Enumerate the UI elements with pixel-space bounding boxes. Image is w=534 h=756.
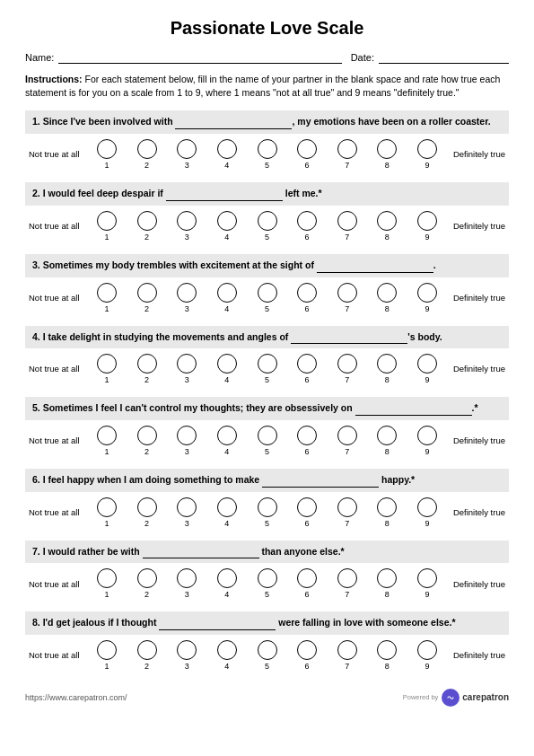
circle-4-9[interactable] [417,354,437,374]
circle-5-7[interactable] [337,426,357,445]
circle-5-9[interactable] [417,426,437,445]
circle-3-6[interactable] [297,283,317,303]
circle-7-8[interactable] [377,568,397,588]
circle-5-2[interactable] [137,426,157,445]
instructions-bold: Instructions: [25,74,83,84]
question-block-1: 1. Since I've been involved with , my em… [25,110,509,175]
circle-5-1[interactable] [97,426,117,445]
question-blank-3[interactable] [317,259,433,273]
circle-7-4[interactable] [217,568,237,588]
circle-7-1[interactable] [97,568,117,588]
circle-5-4[interactable] [217,426,237,445]
circle-8-9[interactable] [417,640,437,660]
circle-1-4[interactable] [217,139,237,159]
circle-3-8[interactable] [377,283,397,303]
circle-num-2-5: 5 [265,233,269,242]
circle-num-6-5: 5 [265,519,269,528]
circle-6-4[interactable] [217,497,237,517]
circle-6-5[interactable] [258,497,277,517]
circle-8-3[interactable] [177,640,197,660]
date-input-line[interactable] [379,51,509,64]
circle-6-8[interactable] [377,497,397,517]
circle-8-8[interactable] [377,640,397,660]
circle-4-5[interactable] [258,354,277,374]
circle-7-2[interactable] [137,568,157,588]
circle-1-6[interactable] [297,139,317,159]
circle-2-1[interactable] [97,211,117,231]
circle-2-3[interactable] [177,211,197,231]
circle-3-7[interactable] [337,283,357,303]
circle-6-3[interactable] [177,497,197,517]
circle-4-6[interactable] [297,354,317,374]
circle-item-5-4: 4 [217,426,237,456]
circle-5-3[interactable] [177,426,197,445]
circle-num-2-4: 4 [224,233,229,242]
question-block-2: 2. I would feel deep despair if left me.… [25,182,509,247]
circle-5-6[interactable] [297,426,317,445]
circle-2-4[interactable] [217,211,237,231]
question-blank-6[interactable] [262,473,379,488]
circle-2-9[interactable] [417,211,437,231]
circle-2-2[interactable] [137,211,157,231]
circle-4-3[interactable] [177,354,197,374]
circle-6-7[interactable] [337,497,357,517]
circle-8-5[interactable] [258,640,277,660]
circle-1-7[interactable] [337,139,357,159]
circle-1-9[interactable] [417,139,437,159]
circle-1-2[interactable] [137,139,157,159]
circle-2-8[interactable] [377,211,397,231]
circle-item-7-4: 4 [217,568,237,599]
circle-6-2[interactable] [137,497,157,517]
circle-3-2[interactable] [137,283,157,303]
circle-1-8[interactable] [377,139,397,159]
circle-8-6[interactable] [297,640,317,660]
circle-item-8-8: 8 [377,640,397,671]
question-blank-5[interactable] [355,401,472,416]
circle-3-4[interactable] [217,283,237,303]
question-blank-8[interactable] [159,616,276,630]
circle-3-9[interactable] [417,283,437,303]
circle-num-4-9: 9 [425,375,429,384]
circle-4-7[interactable] [337,354,357,374]
circle-6-9[interactable] [417,497,437,517]
circle-7-6[interactable] [297,568,317,588]
circle-5-8[interactable] [377,426,397,445]
circle-7-3[interactable] [177,568,197,588]
circle-4-2[interactable] [137,354,157,374]
circle-8-1[interactable] [97,640,117,660]
circle-7-7[interactable] [337,568,357,588]
circle-item-1-2: 2 [137,139,157,170]
question-text-after-5: .* [472,402,478,413]
name-input-line[interactable] [58,51,341,64]
circle-8-7[interactable] [337,640,357,660]
circle-item-1-4: 4 [217,139,237,170]
circle-2-7[interactable] [337,211,357,231]
circle-2-5[interactable] [258,211,277,231]
circle-6-1[interactable] [97,497,117,517]
circle-8-4[interactable] [217,640,237,660]
circle-7-9[interactable] [417,568,437,588]
question-blank-2[interactable] [166,187,283,201]
circle-3-1[interactable] [97,283,117,303]
circle-5-5[interactable] [258,426,277,445]
circle-num-5-2: 2 [144,447,149,456]
circle-4-8[interactable] [377,354,397,374]
circle-1-1[interactable] [97,139,117,159]
circle-6-6[interactable] [297,497,317,517]
footer-link[interactable]: https://www.carepatron.com/ [25,693,127,702]
question-blank-4[interactable] [291,330,407,345]
question-blank-1[interactable] [175,115,292,129]
page-title: Passionate Love Scale [25,18,509,39]
circle-1-5[interactable] [258,139,277,159]
question-blank-7[interactable] [143,545,259,559]
circle-4-1[interactable] [97,354,117,374]
circle-item-1-1: 1 [97,139,117,170]
circle-7-5[interactable] [258,568,277,588]
circle-3-3[interactable] [177,283,197,303]
circle-2-6[interactable] [297,211,317,231]
circle-4-4[interactable] [217,354,237,374]
circle-1-3[interactable] [177,139,197,159]
circle-3-5[interactable] [258,283,277,303]
circle-8-2[interactable] [137,640,157,660]
circle-item-6-7: 7 [337,497,357,528]
